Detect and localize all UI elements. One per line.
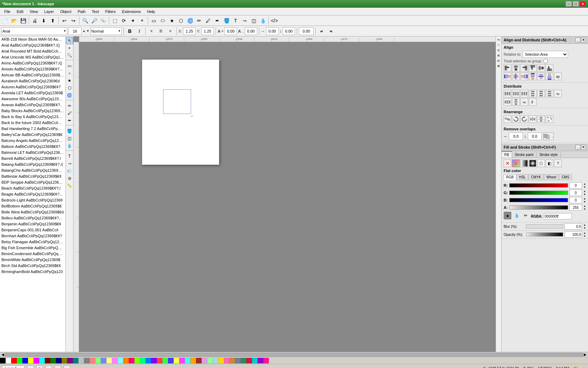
connector-button[interactable]: ⤙ bbox=[240, 16, 249, 25]
palette-color-cell[interactable] bbox=[101, 358, 106, 363]
r-up-btn[interactable]: ▲ bbox=[583, 182, 586, 185]
warp-button[interactable]: ⌖ bbox=[138, 16, 146, 25]
font-list-item[interactable]: ARB-218 Neon Blunt MAR-50 AaBbCcDd bbox=[0, 36, 65, 42]
v-kerning-input[interactable] bbox=[282, 27, 295, 35]
palette-color-cell[interactable] bbox=[56, 358, 62, 363]
palette-color-cell[interactable] bbox=[213, 358, 218, 363]
align-center-v-anchor-btn[interactable] bbox=[537, 73, 545, 80]
b-down-btn[interactable]: ▼ bbox=[583, 200, 586, 203]
font-list-item[interactable]: Beagle AaBbCcIiPpQq12369$€¢?... bbox=[0, 191, 65, 197]
snap-grid-btn[interactable]: ⊟ bbox=[496, 58, 501, 63]
layer-arrow-btn[interactable]: ▼ bbox=[36, 366, 43, 368]
minimize-button[interactable]: ─ bbox=[566, 1, 572, 7]
save-button[interactable]: 💾 bbox=[19, 16, 27, 25]
dist-center-v-btn[interactable] bbox=[537, 90, 545, 97]
palette-color-cell[interactable] bbox=[22, 358, 28, 363]
spray-tool-btn[interactable]: 💨 bbox=[66, 168, 73, 175]
dist-bottom-btn[interactable] bbox=[546, 90, 553, 97]
exchange-positions-btn[interactable] bbox=[504, 115, 511, 123]
font-list-item[interactable]: Bailey'sCar AaBbCcIiPpQq12369$€ bbox=[0, 132, 65, 138]
font-list-item[interactable]: Bedrock-Light AaBbCcIiPpQq12369 bbox=[0, 197, 65, 203]
import-button[interactable]: ⬇ bbox=[40, 16, 48, 25]
font-size-up-arrow[interactable]: ▲ bbox=[83, 29, 85, 33]
maximize-button[interactable]: □ bbox=[573, 1, 579, 7]
pattern-btn[interactable]: ⬡ bbox=[537, 159, 545, 167]
align-panel-collapse-btn[interactable]: _ bbox=[575, 38, 580, 42]
italic-button[interactable]: I bbox=[135, 27, 144, 35]
a-up-btn[interactable]: ▲ bbox=[583, 204, 586, 207]
canvas-area[interactable]: -1604 -1604 -1574 -1554 -1534 -1514 -149… bbox=[74, 36, 496, 352]
palette-color-cell[interactable] bbox=[179, 358, 185, 363]
x-coord-input[interactable] bbox=[183, 27, 196, 35]
spiral-tool-btn[interactable]: 🌀 bbox=[66, 92, 73, 99]
resize-handle[interactable] bbox=[191, 114, 194, 116]
palette-color-cell[interactable] bbox=[45, 358, 50, 363]
r-slider[interactable] bbox=[509, 183, 568, 188]
font-list-item[interactable]: Ashcan BB AaBbCcIiPpQq12369$€¢4;. bbox=[0, 72, 65, 78]
font-list-item[interactable]: Barrett AaBbCcIiPpQq12369$€¢?./ bbox=[0, 156, 65, 162]
font-list-item[interactable]: Aurabesh AaBbCcIiPpQq12369€d bbox=[0, 78, 65, 84]
erase-tool-btn[interactable]: ⊘ bbox=[66, 175, 73, 182]
font-list-item[interactable]: Big Fish Ensemble AaBbCcIiPpQq12... bbox=[0, 245, 65, 251]
align-center-v-btn[interactable] bbox=[537, 64, 545, 72]
palette-color-cell[interactable] bbox=[62, 358, 67, 363]
menu-item-layer[interactable]: Layer bbox=[41, 9, 57, 14]
palette-color-cell[interactable] bbox=[190, 358, 196, 363]
bucket-tool-btn[interactable]: 🪣 bbox=[66, 128, 73, 135]
font-list-item[interactable]: Arial AaBbCcIiPpQq12369$€¢?./() bbox=[0, 42, 65, 48]
snap-toggle-btn[interactable]: % bbox=[496, 37, 501, 42]
palette-color-cell[interactable] bbox=[112, 358, 118, 363]
rotate-ccw-btn[interactable] bbox=[520, 115, 528, 123]
palette-color-cell[interactable] bbox=[17, 358, 22, 363]
palette-color-cell[interactable] bbox=[252, 358, 258, 363]
menu-item-help[interactable]: Help bbox=[144, 9, 158, 14]
align-text-baseline-btn[interactable]: ay bbox=[554, 73, 562, 80]
palette-color-cell[interactable] bbox=[67, 358, 73, 363]
blur-value-input[interactable] bbox=[565, 223, 582, 230]
layer-selector[interactable]: Layer 1 bbox=[2, 366, 24, 368]
palette-color-cell[interactable] bbox=[118, 358, 123, 363]
rtl-button[interactable]: ⇄ bbox=[317, 27, 326, 35]
font-selector[interactable]: Arial ▼ bbox=[1, 27, 67, 35]
palette-color-cell[interactable] bbox=[50, 358, 56, 363]
zoom-fit-button[interactable]: 🔍 bbox=[81, 16, 89, 25]
word-spacing-input[interactable] bbox=[245, 27, 257, 35]
a-slider[interactable] bbox=[509, 205, 568, 210]
layer-down-btn[interactable]: ↓ bbox=[64, 366, 70, 368]
palette-color-cell[interactable] bbox=[28, 358, 34, 363]
gradient-tool-button[interactable]: ◫ bbox=[250, 16, 258, 25]
font-list-item[interactable]: Arial Unicode MS AaBbCcIiPpQq123 bbox=[0, 54, 65, 60]
font-size-down-arrow[interactable]: ▼ bbox=[86, 29, 89, 33]
h-kerning-input[interactable] bbox=[266, 27, 279, 35]
font-list-item[interactable]: Avaxax AaBbCcIiPpQq12369$€¢?.. bbox=[0, 102, 65, 108]
color-tab-hsl[interactable]: HSL bbox=[517, 174, 528, 180]
align-left-text-btn[interactable]: ≡ bbox=[147, 27, 156, 35]
align-top-edge-btn[interactable] bbox=[529, 64, 537, 72]
calligraphy-button[interactable]: ✒ bbox=[213, 16, 222, 25]
align-center-anchor-btn[interactable] bbox=[512, 73, 520, 80]
align-center-h-btn[interactable] bbox=[512, 64, 520, 72]
pen-button[interactable]: 🖊 bbox=[204, 16, 212, 25]
font-list-item[interactable]: Batang AaBbCcIiPpQq12369$€¢?./( bbox=[0, 162, 65, 168]
align-left-anchor-btn[interactable] bbox=[504, 73, 511, 80]
dropper-button[interactable]: 💧 bbox=[259, 16, 267, 25]
font-list-item[interactable]: Balcony Angels AaBbCcIiPpQq12369 bbox=[0, 138, 65, 144]
align-top-anchor-btn[interactable] bbox=[529, 73, 537, 80]
dist-center-h-btn[interactable] bbox=[512, 90, 520, 97]
menu-item-file[interactable]: File bbox=[1, 9, 13, 14]
palette-color-cell[interactable] bbox=[140, 358, 146, 363]
menu-item-extensions[interactable]: Extensions bbox=[119, 9, 144, 14]
node-tool-button[interactable]: ✦ bbox=[129, 16, 137, 25]
font-list-item[interactable]: Beach AaBbCcIiPpQq12369$€¢?;/ bbox=[0, 185, 65, 191]
b-value-input[interactable] bbox=[569, 197, 582, 203]
palette-color-cell[interactable] bbox=[224, 358, 230, 363]
snap-page-btn[interactable]: ⊠ bbox=[496, 63, 501, 68]
3dbox-tool-btn[interactable]: ⬡ bbox=[66, 84, 73, 91]
letter-spacing-input[interactable] bbox=[224, 27, 237, 35]
canvas-object-rect[interactable] bbox=[163, 89, 191, 114]
fill-stroke-close-btn[interactable]: ✕ bbox=[581, 145, 586, 150]
circle-tool-btn[interactable]: ○ bbox=[66, 70, 73, 77]
close-button[interactable]: ✕ bbox=[580, 1, 586, 7]
layer-add-btn[interactable]: + bbox=[27, 366, 34, 368]
opacity-slider[interactable] bbox=[526, 232, 563, 237]
